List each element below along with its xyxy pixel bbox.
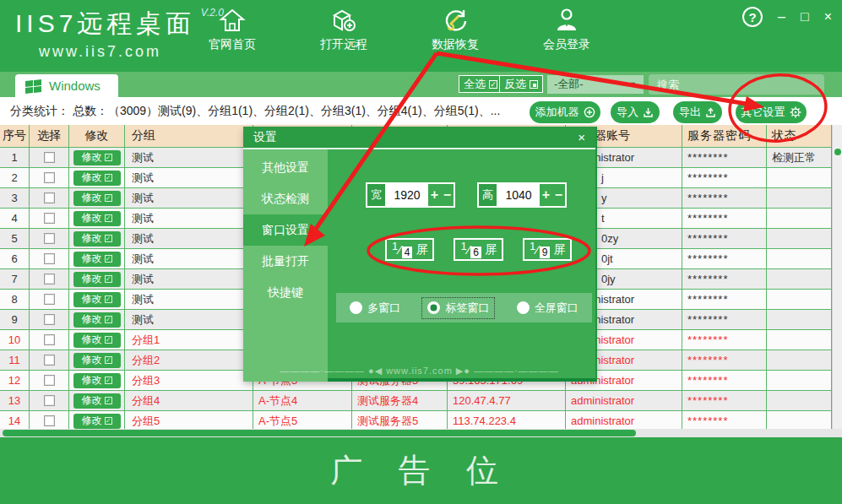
tab-windows[interactable]: Windows	[15, 74, 118, 97]
nav-item-2[interactable]: 打开远程	[306, 7, 382, 52]
modify-button[interactable]: 修改✓	[73, 414, 121, 429]
height-increase-button[interactable]: +	[540, 184, 552, 206]
row-checkbox[interactable]	[44, 152, 55, 163]
window-mode-标签窗口[interactable]: 标签窗口	[422, 298, 494, 318]
row-checkbox[interactable]	[44, 253, 55, 264]
check-icon: ✓	[105, 397, 112, 404]
cell-seq: 3	[0, 188, 30, 209]
row-checkbox[interactable]	[44, 213, 55, 224]
row-checkbox[interactable]	[44, 355, 55, 366]
check-icon: ✓	[105, 356, 112, 364]
size-steppers: 宽 + − 高 + −	[366, 182, 567, 208]
export-button[interactable]: 导出	[673, 101, 722, 123]
screen-fraction-button-4[interactable]: 1⁄4屏	[385, 238, 434, 261]
cell-seq: 4	[0, 209, 30, 229]
screen-fraction-button-9[interactable]: 1⁄9屏	[523, 238, 572, 261]
height-input[interactable]	[497, 184, 540, 206]
check-icon: ✓	[105, 214, 112, 222]
row-checkbox[interactable]	[44, 395, 55, 406]
cell-password: ********	[682, 209, 767, 229]
window-mode-多窗口[interactable]: 多窗口	[345, 298, 405, 318]
cell-password: ********	[682, 229, 767, 249]
maximize-button[interactable]: □	[801, 7, 809, 27]
nav-item-3[interactable]: 数据恢复	[417, 7, 493, 52]
modify-button[interactable]: 修改✓	[73, 252, 121, 267]
cell-select	[30, 391, 69, 411]
invert-select-button[interactable]: 反选	[499, 75, 543, 93]
cell-select	[30, 148, 69, 168]
modify-button[interactable]: 修改✓	[73, 150, 121, 165]
screen-fraction-button-6[interactable]: 1⁄6屏	[454, 238, 502, 261]
row-checkbox[interactable]	[44, 375, 55, 386]
cell-modify: 修改✓	[69, 350, 125, 371]
row-checkbox[interactable]	[44, 294, 55, 305]
modify-button[interactable]: 修改✓	[73, 333, 121, 348]
group-filter-dropdown[interactable]: -全部- ▼	[547, 75, 644, 94]
row-checkbox[interactable]	[44, 192, 55, 203]
select-all-button[interactable]: 全选 ✓	[459, 75, 502, 93]
modify-button[interactable]: 修改✓	[73, 171, 121, 186]
modify-button[interactable]: 修改✓	[73, 211, 121, 226]
settings-dialog: 设置 × 其他设置状态检测窗口设置批量打开快捷键 宽 + − 高 + − 1⁄4…	[243, 127, 597, 382]
minimize-button[interactable]: –	[778, 7, 785, 27]
modify-button[interactable]: 修改✓	[73, 312, 121, 328]
nav-item-1[interactable]: 官网首页	[194, 7, 270, 52]
settings-tab-快捷键[interactable]: 快捷键	[243, 277, 328, 308]
cell-status	[767, 209, 832, 229]
modify-button[interactable]: 修改✓	[73, 292, 121, 307]
settings-tab-窗口设置[interactable]: 窗口设置	[243, 214, 328, 246]
horizontal-scrollbar-thumb[interactable]	[3, 430, 636, 436]
modify-button[interactable]: 修改✓	[73, 231, 121, 247]
row-checkbox[interactable]	[44, 334, 55, 345]
close-button[interactable]: ×	[824, 7, 832, 27]
settings-dialog-titlebar: 设置 ×	[243, 127, 595, 148]
width-input[interactable]	[386, 184, 428, 206]
height-decrease-button[interactable]: −	[552, 184, 565, 206]
help-icon[interactable]: ?	[742, 7, 763, 27]
horizontal-scrollbar[interactable]	[0, 429, 842, 437]
search-box	[649, 74, 824, 95]
row-checkbox[interactable]	[44, 172, 55, 183]
width-decrease-button[interactable]: −	[441, 184, 454, 206]
cell-group: 测试	[125, 168, 253, 188]
search-input[interactable]	[649, 79, 814, 91]
gear-icon	[790, 106, 801, 118]
cell-modify: 修改✓	[69, 229, 125, 249]
cell-seq: 1	[0, 148, 30, 168]
chevron-down-icon: ▼	[629, 80, 637, 89]
cell-seq: 10	[0, 330, 30, 350]
nav-item-4[interactable]: 会员登录	[529, 7, 605, 52]
modify-button[interactable]: 修改✓	[73, 373, 121, 388]
settings-tab-其他设置[interactable]: 其他设置	[243, 152, 328, 183]
vertical-scroll-indicator[interactable]	[834, 149, 841, 155]
fraction-numerator: 1	[392, 240, 398, 252]
cell-select	[30, 229, 69, 249]
modify-button[interactable]: 修改✓	[73, 353, 121, 368]
fraction-numerator: 1	[530, 240, 535, 252]
radio-selected-icon	[427, 301, 440, 314]
settings-dialog-close-icon[interactable]: ×	[578, 130, 585, 144]
cell-password: ********	[682, 269, 767, 290]
row-checkbox[interactable]	[44, 274, 55, 285]
window-mode-全屏窗口[interactable]: 全屏窗口	[512, 298, 584, 318]
width-increase-button[interactable]: +	[428, 184, 441, 206]
modify-button[interactable]: 修改✓	[73, 272, 121, 287]
cell-modify: 修改✓	[69, 168, 125, 188]
add-machine-button[interactable]: 添加机器	[530, 101, 600, 123]
export-icon	[705, 107, 716, 118]
import-button[interactable]: 导入	[611, 101, 660, 123]
fraction-slash: ⁄	[399, 242, 401, 257]
settings-tab-批量打开[interactable]: 批量打开	[243, 246, 328, 277]
vertical-scrollbar[interactable]	[832, 125, 842, 431]
row-checkbox[interactable]	[44, 233, 55, 244]
cell-status	[767, 229, 832, 249]
modify-button[interactable]: 修改✓	[73, 191, 121, 206]
settings-tab-状态检测[interactable]: 状态检测	[243, 183, 328, 214]
search-icon[interactable]	[814, 79, 818, 91]
row-checkbox[interactable]	[44, 415, 55, 426]
header-modify: 修改	[69, 125, 125, 148]
cell-status	[767, 188, 832, 209]
other-settings-button[interactable]: 其它设置	[736, 101, 807, 123]
row-checkbox[interactable]	[44, 314, 55, 325]
modify-button[interactable]: 修改✓	[73, 393, 121, 409]
